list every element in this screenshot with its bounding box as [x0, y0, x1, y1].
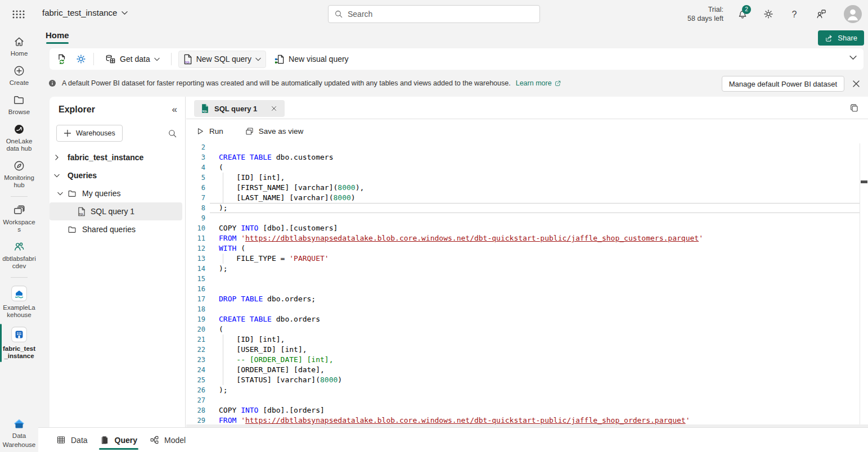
refresh-source-button[interactable] — [56, 53, 68, 65]
rail-item-label: Home — [2, 50, 37, 57]
code-text: COPY INTO [dbo].[customers] — [219, 223, 338, 233]
code-line[interactable]: 10COPY INTO [dbo].[customers] — [186, 223, 868, 233]
toolbar: Get data SQL New SQL query New visual qu… — [50, 48, 863, 70]
code-line[interactable]: 17DROP TABLE dbo.orders; — [186, 294, 868, 304]
code-editor[interactable]: 23CREATE TABLE dbo.customers4(5 [ID] [in… — [186, 142, 868, 427]
tree-item-shared-queries[interactable]: Shared queries — [50, 220, 182, 238]
code-line[interactable]: 26); — [186, 385, 868, 395]
tree-item-my-queries[interactable]: My queries — [50, 184, 182, 202]
people-icon — [13, 241, 25, 253]
line-number: 3 — [186, 152, 205, 162]
banner-close-button[interactable] — [851, 78, 862, 89]
code-line[interactable]: 28COPY INTO [dbo].[orders] — [186, 405, 868, 415]
code-line[interactable]: 25 [STATUS] [varchar](8000) — [186, 375, 868, 385]
code-line[interactable]: 8); — [186, 203, 868, 213]
line-number: 8 — [186, 203, 205, 213]
code-line[interactable]: 20( — [186, 324, 868, 335]
indent-guide — [223, 183, 223, 193]
code-line[interactable]: 22 [USER_ID] [int], — [186, 345, 868, 355]
add-warehouses-button[interactable]: Warehouses — [56, 125, 123, 142]
code-line[interactable]: 18 — [186, 304, 868, 314]
feedback-button[interactable] — [816, 8, 827, 20]
get-data-button[interactable]: Get data — [101, 51, 164, 67]
avatar[interactable] — [844, 5, 862, 23]
save-as-view-button[interactable]: Save as view — [245, 126, 304, 136]
rail-item-browse[interactable]: Browse — [0, 94, 38, 116]
settings-button[interactable] — [763, 8, 774, 20]
tree-item-queries[interactable]: Queries — [50, 166, 182, 184]
code-line[interactable]: 4( — [186, 162, 868, 173]
new-sql-query-button[interactable]: SQL New SQL query — [178, 51, 266, 68]
rail-item-label: Data — [12, 432, 26, 440]
code-line[interactable]: 5 [ID] [int], — [186, 173, 868, 183]
scrollbar-cursor-mark[interactable] — [861, 180, 867, 183]
collapse-ribbon-button[interactable] — [849, 55, 857, 60]
warehouse-settings-button[interactable] — [75, 53, 87, 65]
rail-item-create[interactable]: Create — [0, 65, 38, 87]
code-line[interactable]: 23 -- [ORDER_DATE] [int], — [186, 355, 868, 365]
editor-scrollbar-track[interactable] — [860, 143, 860, 424]
code-line[interactable]: 6 [FIRST_NAME] [varchar](8000), — [186, 183, 868, 193]
indent-guide — [223, 345, 223, 355]
manage-default-dataset-button[interactable]: Manage default Power BI dataset — [722, 76, 844, 92]
code-text: COPY INTO [dbo].[orders] — [219, 405, 325, 415]
tab-home[interactable]: Home — [46, 30, 69, 40]
rail-item-home[interactable]: Home — [0, 35, 38, 57]
line-number: 4 — [186, 162, 205, 173]
statusbar-tab-query[interactable]: Query — [99, 428, 138, 452]
rail-item-dbtlabsfabricdev[interactable]: dbtlabsfabricdev — [0, 241, 38, 270]
rail-item-label: Workspaces — [2, 219, 37, 233]
code-text: [FIRST_NAME] [varchar](8000), — [219, 183, 364, 193]
statusbar-tab-model[interactable]: Model — [149, 428, 187, 452]
search-input[interactable] — [348, 10, 534, 19]
copy-button[interactable] — [849, 103, 859, 113]
help-button[interactable]: ? — [789, 8, 800, 20]
code-line[interactable]: 7 [LAST_NAME] [varchar](8000) — [186, 193, 868, 203]
code-text: WITH ( — [219, 243, 245, 254]
query-tab[interactable]: SQL SQL query 1 — [194, 100, 285, 117]
code-line[interactable]: 13 FILE_TYPE = 'PARQUET' — [186, 254, 868, 264]
code-line[interactable]: 19CREATE TABLE dbo.orders — [186, 314, 868, 324]
collapse-panel-button[interactable]: « — [172, 104, 177, 115]
workspace-switcher[interactable]: fabric_test_instance — [42, 8, 128, 17]
share-button[interactable]: Share — [818, 30, 864, 46]
bottom-view-switcher: DataQueryModel — [38, 427, 868, 452]
fabric-warehouse-page: { "colors":{"accent":"#117865","keyword"… — [0, 0, 868, 452]
close-tab-button[interactable] — [270, 105, 278, 112]
tree-item-sql-query-1[interactable]: SQLSQL query 1 — [50, 202, 182, 220]
content-card: Explorer « Warehouses fabric_test_instan… — [50, 97, 868, 427]
line-number: 17 — [186, 294, 205, 304]
code-text: [LAST_NAME] [varchar](8000) — [219, 193, 356, 203]
code-line[interactable]: 3CREATE TABLE dbo.customers — [186, 152, 868, 162]
code-line[interactable]: 27 — [186, 395, 868, 405]
rail-item-workspaces[interactable]: Workspaces — [0, 204, 38, 233]
rail-item-onelake-data-hub[interactable]: OneLake data hub — [0, 123, 38, 152]
sql-file-icon: SQL — [201, 103, 209, 114]
code-line[interactable]: 12WITH ( — [186, 243, 868, 254]
code-line[interactable]: 21 [ID] [int], — [186, 335, 868, 345]
warehouse-icon — [11, 326, 28, 343]
rail-item-fabric-test-instance[interactable]: fabric_test_instance — [0, 326, 38, 360]
tree-item-label: SQL query 1 — [91, 207, 134, 216]
tree-item-fabric-test-instance[interactable]: fabric_test_instance — [50, 148, 182, 166]
code-line[interactable]: 16 — [186, 284, 868, 294]
run-button[interactable]: Run — [195, 126, 223, 136]
learn-more-link[interactable]: Learn more — [516, 79, 561, 87]
statusbar-tab-data[interactable]: Data — [55, 428, 89, 452]
code-line[interactable]: 14); — [186, 264, 868, 274]
explorer-search-button[interactable] — [168, 129, 177, 138]
chevron-down-icon — [57, 192, 63, 196]
code-line[interactable]: 9 — [186, 213, 868, 223]
rail-item-data-warehouse[interactable]: DataWarehouse — [0, 417, 38, 449]
code-text: ( — [219, 162, 223, 173]
new-visual-query-button[interactable]: New visual query — [269, 51, 353, 67]
rail-item-monitoring-hub[interactable]: Monitoring hub — [0, 160, 38, 189]
app-launcher-icon[interactable] — [12, 10, 25, 19]
code-line[interactable]: 24 [ORDER_DATE] [date], — [186, 365, 868, 375]
code-line[interactable]: 15 — [186, 274, 868, 284]
code-line[interactable]: 2 — [186, 142, 868, 152]
line-number: 27 — [186, 395, 205, 405]
rail-item-examplelakehouse[interactable]: ExampleLakehouse — [0, 285, 38, 319]
code-line[interactable]: 11FROM 'https://dbtlabsynapsedatalake.bl… — [186, 233, 868, 243]
svg-text:SQL: SQL — [79, 213, 84, 215]
